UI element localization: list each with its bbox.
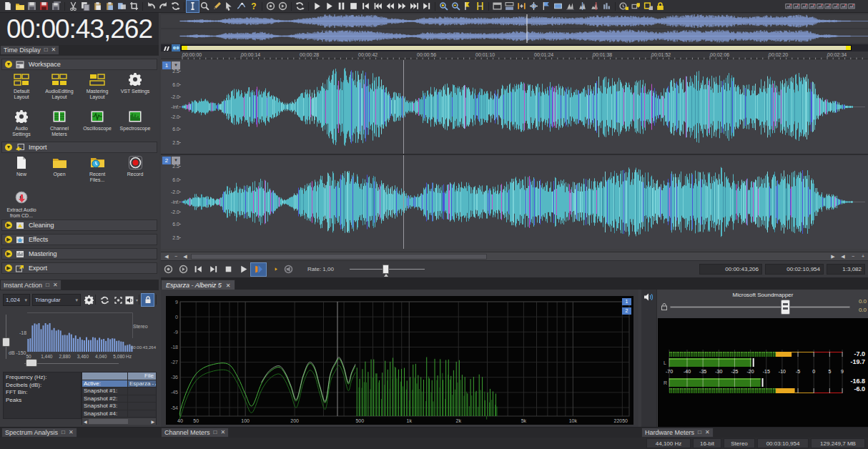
rate-slider[interactable] [350, 263, 425, 276]
wave-zoom-btn-2[interactable]: − [849, 253, 857, 260]
fft-vzoom-slider[interactable] [2, 337, 10, 347]
fx-chain-1-button[interactable] [784, 1, 792, 12]
loop-playback-button[interactable] [176, 263, 191, 276]
spectrum-channel-1-button[interactable]: 1 [622, 298, 631, 305]
fx-chain-9-button[interactable] [847, 1, 855, 12]
sync-graph-button[interactable] [98, 294, 111, 306]
collapse-icon[interactable]: ▼ [5, 61, 12, 68]
spectrum-channel-2-button[interactable]: 2 [622, 307, 631, 315]
time-display-tab[interactable]: Time Display □ ✕ [0, 45, 59, 55]
play-normal-button[interactable] [266, 263, 281, 276]
go-to-start-button[interactable] [191, 263, 206, 276]
wave-stat-4-button[interactable] [601, 1, 613, 12]
marker-flag-button[interactable] [540, 1, 552, 12]
hardware-meters-float-icon[interactable]: □ [698, 430, 701, 435]
loop-playback-button[interactable] [277, 1, 289, 12]
fx-chain-3-button[interactable] [800, 1, 808, 12]
record-remote-button[interactable] [265, 1, 277, 12]
workspace-audio-settings-button[interactable]: Audio Settings [4, 107, 39, 140]
hardware-meters-close-icon[interactable]: ✕ [705, 430, 710, 435]
paste-marker-button[interactable] [642, 1, 654, 12]
region-yellow-button[interactable] [474, 1, 486, 12]
gain-slider-handle[interactable] [781, 300, 790, 315]
paste-special-button[interactable] [104, 1, 116, 12]
magnify-tool-button[interactable] [199, 1, 211, 12]
play-all-button[interactable] [311, 1, 323, 12]
workspace-default-layout-button[interactable]: Default Layout [4, 70, 39, 103]
workspace-channel-meters-button[interactable]: Channel Meters [42, 107, 77, 140]
import-extract-audio-from-cd-button[interactable]: Extract Audio from CD... [4, 189, 39, 222]
paste-button[interactable] [92, 1, 104, 12]
window-normal-button[interactable] [491, 1, 503, 12]
pause-button[interactable] [335, 1, 347, 12]
hardware-meters-tab[interactable]: Hardware Meters □ ✕ [641, 428, 714, 438]
redo-button[interactable] [157, 1, 169, 12]
fx-chain-5-button[interactable] [816, 1, 824, 12]
waveform-editor[interactable]: 1▾2.56.0-2.0-inf.-2.06.02.52▾2.56.0-2.0-… [161, 59, 868, 252]
edit-tool-button[interactable] [187, 1, 199, 12]
fx-chain-7-button[interactable] [832, 1, 839, 12]
loop-region-bar[interactable] [161, 44, 868, 51]
wave-scroll-thumb[interactable] [191, 254, 487, 260]
section-header-workspace[interactable]: ▼Workspace [1, 59, 157, 70]
workspace-spectroscope-button[interactable]: Spectroscope [118, 107, 152, 140]
loop-bar-start-handle[interactable] [182, 46, 187, 50]
time-ruler[interactable]: 00:00:0000:00:1400:00:2800:00:4200:00:56… [161, 51, 868, 59]
wave-zoom-btn-3[interactable]: + [859, 253, 867, 260]
window-type-combo[interactable]: Triangular▾ [32, 294, 81, 306]
instant-action-close-icon[interactable]: ✕ [53, 282, 58, 288]
fft-hzoom-slider[interactable] [26, 359, 37, 367]
scroll-thumb[interactable] [89, 419, 128, 424]
pencil-tool-button[interactable] [211, 1, 223, 12]
region-block-button[interactable] [552, 1, 564, 12]
wave-scroll-left-2[interactable]: ◀ [181, 253, 189, 260]
event-tool-button[interactable] [223, 1, 235, 12]
refresh-button[interactable] [294, 1, 306, 12]
wave-scroll-left-1[interactable]: − [172, 253, 180, 260]
gain-slider-track[interactable] [670, 306, 850, 308]
go-to-start-button[interactable] [360, 1, 372, 12]
wave-channel-1[interactable]: 1▾2.56.0-2.0-inf.-2.06.02.5 [161, 60, 868, 154]
import-open-button[interactable]: Open [42, 153, 77, 186]
wave-channel-2[interactable]: 2▾2.56.0-2.0-inf.-2.06.02.5 [161, 155, 868, 249]
snapshot-table-row[interactable]: Snapshot #4: [82, 410, 156, 418]
channel-meters-tab[interactable]: Channel Meters □ ✕ [161, 428, 229, 438]
copy-button[interactable] [79, 1, 92, 12]
loop-bar-region[interactable] [182, 46, 850, 50]
snap-toggle-button[interactable] [516, 1, 528, 12]
wave-scroll-left-0[interactable]: ◀ [162, 253, 171, 260]
spectrum-analysis-close-icon[interactable]: ✕ [69, 430, 74, 435]
mix-button[interactable] [116, 1, 128, 12]
wave-zoom-btn-0[interactable]: ▶ [829, 253, 837, 260]
spectrum-settings-button[interactable] [82, 294, 95, 306]
section-header-cleaning[interactable]: ▶Cleaning [1, 219, 157, 231]
wave-stat-1-button[interactable] [564, 1, 576, 12]
instant-action-tab[interactable]: Instant Action □ ✕ [0, 280, 61, 290]
cut-button[interactable] [67, 1, 79, 12]
wave-horizontal-scrollbar[interactable]: ◀−◀▶◀−+ [161, 252, 868, 260]
stop-button[interactable] [221, 263, 236, 276]
spectrum-analysis-float-icon[interactable]: □ [61, 430, 65, 435]
section-header-effects[interactable]: ▶Effects [1, 234, 157, 245]
wave-stat-2-button[interactable] [576, 1, 588, 12]
expand-icon[interactable]: ▶ [5, 250, 12, 257]
snapshot-table-scrollbar[interactable]: ◀ ▶ [82, 418, 156, 425]
marker-yellow-button[interactable] [462, 1, 474, 12]
window-stack-button[interactable] [503, 1, 516, 12]
open-file-button[interactable] [14, 1, 26, 12]
expand-icon[interactable]: ▶ [5, 222, 12, 229]
zoom-selection-button[interactable] [438, 1, 450, 12]
fx-chain-4-button[interactable] [808, 1, 816, 12]
snapshot-table-row[interactable]: Active:Esparza - Albeniz 5 [82, 380, 156, 388]
undo-button[interactable] [145, 1, 157, 12]
workspace-audioediting-layout-button[interactable]: AudioEditing Layout [42, 70, 77, 103]
envelope-tool-button[interactable] [235, 1, 247, 12]
instant-action-float-icon[interactable]: □ [46, 282, 49, 288]
fft-size-combo[interactable]: 1,024▾ [3, 294, 30, 306]
file-tab-close-icon[interactable]: ✕ [226, 282, 231, 289]
play-button[interactable] [236, 263, 251, 276]
save-file-button[interactable] [26, 1, 38, 12]
overview-waveform[interactable] [161, 13, 868, 44]
workspace-vst-settings-button[interactable]: VST Settings [118, 70, 152, 103]
import-record-button[interactable]: Record [118, 153, 152, 186]
